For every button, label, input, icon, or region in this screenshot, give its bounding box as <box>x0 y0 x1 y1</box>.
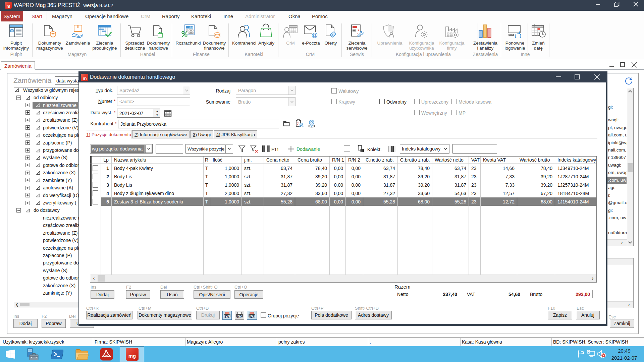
svg-text:FV: FV <box>225 315 229 319</box>
svg-text:WZ: WZ <box>249 315 255 319</box>
svg-text:KP: KP <box>237 315 242 319</box>
svg-text:0.00: 0.00 <box>190 26 194 28</box>
svg-text:@: @ <box>311 32 318 39</box>
